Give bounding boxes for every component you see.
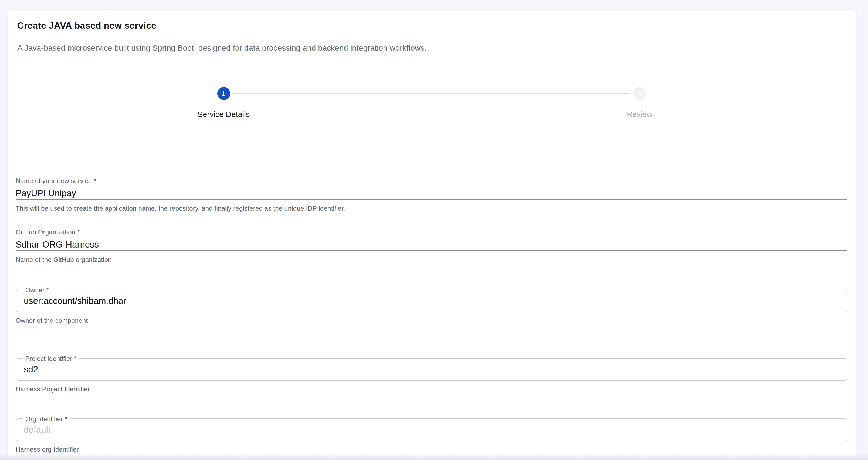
page-title: Create JAVA based new service: [17, 20, 847, 31]
step-1-label: Service Details: [197, 110, 250, 119]
project-identifier-input-box: Project Identifier *: [16, 358, 847, 381]
org-identifier-label: Org Identifier *: [23, 415, 70, 423]
service-create-card: Create JAVA based new service A Java-bas…: [7, 10, 856, 460]
step-1-indicator: 1: [217, 87, 230, 100]
step-2-indicator: 2: [633, 87, 646, 100]
github-organization-label: GitHub Organization *: [16, 228, 847, 236]
field-service-name: Name of your new service * This will be …: [16, 177, 847, 212]
owner-label: Owner *: [23, 286, 52, 294]
service-name-input[interactable]: [16, 188, 847, 200]
owner-helper: Owner of the component: [16, 317, 847, 325]
service-name-label: Name of your new service *: [16, 177, 847, 185]
field-owner: Owner * Owner of the component: [16, 290, 847, 325]
service-name-helper: This will be used to create the applicat…: [16, 204, 847, 212]
org-identifier-input[interactable]: [24, 425, 839, 435]
bottom-fade: [0, 453, 868, 460]
step-service-details: 1 Service Details: [16, 87, 432, 119]
step-1-number: 1: [222, 90, 225, 98]
step-review: 2 Review: [432, 87, 847, 119]
project-identifier-input[interactable]: [24, 364, 839, 374]
stepper: 1 Service Details 2 Review: [16, 87, 847, 119]
org-identifier-input-box: Org Identifier *: [16, 419, 847, 441]
field-org-identifier: Org Identifier * Harness org Identifier: [16, 419, 847, 454]
org-identifier-helper: Harness org Identifier: [16, 446, 847, 454]
step-connector-line: [233, 93, 630, 94]
field-github-organization: GitHub Organization * Name of the GitHub…: [16, 228, 847, 264]
owner-input-box: Owner *: [16, 290, 847, 312]
owner-input[interactable]: [24, 296, 839, 306]
github-organization-input[interactable]: [16, 239, 847, 251]
step-2-number: 2: [638, 90, 641, 98]
project-identifier-helper: Harness Project Identifier: [16, 385, 847, 393]
page-description: A Java-based microservice built using Sp…: [17, 43, 847, 53]
step-2-label: Review: [627, 110, 652, 119]
field-project-identifier: Project Identifier * Harness Project Ide…: [16, 358, 847, 393]
project-identifier-label: Project Identifier *: [23, 355, 79, 363]
service-details-form: Name of your new service * This will be …: [16, 177, 847, 454]
github-organization-helper: Name of the GitHub organization: [16, 256, 847, 264]
